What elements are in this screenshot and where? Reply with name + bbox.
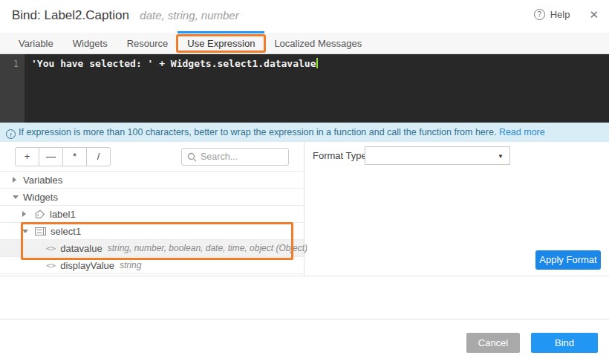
tab-variable[interactable]: Variable <box>9 33 63 53</box>
expression-editor[interactable]: 1 'You have selected: ' + Widgets.select… <box>0 54 609 123</box>
search-icon <box>187 152 197 162</box>
format-panel: Format Type ▼ Apply Format <box>304 142 609 276</box>
property-types: string, number, boolean, date, time, obj… <box>108 243 307 253</box>
line-number: 1 <box>13 59 19 69</box>
tree-item-displayvalue[interactable]: <> displayValue string <box>0 257 304 274</box>
minus-operator-button[interactable]: — <box>39 147 63 166</box>
bind-dialog: Bind: Label2.Caption date, string, numbe… <box>0 0 609 364</box>
text-cursor <box>316 58 318 68</box>
header-actions: ? Help ✕ <box>534 9 599 20</box>
binding-tree: Variables Widgets label1 <box>0 172 304 274</box>
tab-use-expression-label: Use Expression <box>187 38 255 49</box>
tab-variable-label: Variable <box>19 38 53 49</box>
footer-actions: Cancel Bind <box>466 333 598 353</box>
tab-use-expression[interactable]: Use Expression <box>178 33 264 53</box>
chevron-down-icon: ▼ <box>498 153 504 160</box>
property-types: string <box>120 260 141 270</box>
title-area: Bind: Label2.Caption date, string, numbe… <box>12 8 239 23</box>
tab-widgets[interactable]: Widgets <box>63 33 117 53</box>
bind-source-panel: + — * / Search... Variables <box>0 142 304 276</box>
tag-icon <box>35 209 45 219</box>
tree-item-label: Widgets <box>23 192 58 203</box>
bind-button[interactable]: Bind <box>531 333 598 353</box>
tree-item-label: datavalue <box>60 243 102 254</box>
cancel-button[interactable]: Cancel <box>466 333 520 353</box>
read-more-link[interactable]: Read more <box>499 127 545 137</box>
divide-operator-button[interactable]: / <box>86 147 111 166</box>
help-link[interactable]: Help <box>550 9 570 20</box>
format-type-select[interactable]: ▼ <box>365 146 510 165</box>
collapse-arrow-icon[interactable] <box>13 177 23 183</box>
dialog-subtitle: date, string, number <box>140 9 238 22</box>
footer-divider <box>0 319 609 319</box>
multiply-operator-button[interactable]: * <box>62 147 87 166</box>
active-tab-indicator <box>178 31 264 33</box>
apply-format-button[interactable]: Apply Format <box>535 250 601 270</box>
expression-code: 'You have selected: ' + Widgets.select1.… <box>31 58 316 69</box>
tree-item-label: Variables <box>23 175 62 186</box>
expand-arrow-icon[interactable] <box>13 195 23 199</box>
tree-item-datavalue[interactable]: <> datavalue string, number, boolean, da… <box>0 240 304 257</box>
info-message: If expression is more than 100 character… <box>19 127 496 137</box>
help-icon[interactable]: ? <box>534 9 545 20</box>
info-icon: i <box>6 129 16 139</box>
tab-localized-messages-label: Localized Messages <box>274 38 362 49</box>
select-widget-icon <box>35 227 46 235</box>
tree-item-label1[interactable]: label1 <box>0 206 304 223</box>
property-icon: <> <box>46 244 56 253</box>
format-type-label: Format Type <box>313 150 367 161</box>
tree-item-widgets[interactable]: Widgets <box>0 189 304 206</box>
tab-bar: Variable Widgets Resource Use Expression… <box>0 33 609 54</box>
info-bar: iIf expression is more than 100 characte… <box>0 123 609 142</box>
tab-resource[interactable]: Resource <box>117 33 178 53</box>
dialog-title: Bind: Label2.Caption <box>12 8 129 22</box>
expand-arrow-icon[interactable] <box>22 230 33 233</box>
tree-item-label: displayValue <box>60 260 114 271</box>
tree-item-variables[interactable]: Variables <box>0 172 304 189</box>
tab-widgets-label: Widgets <box>73 38 108 49</box>
main-area: + — * / Search... Variables <box>0 142 609 276</box>
plus-operator-button[interactable]: + <box>15 147 39 166</box>
property-icon: <> <box>46 261 56 270</box>
tree-item-label: select1 <box>51 226 81 237</box>
search-input[interactable]: Search... <box>181 148 289 166</box>
editor-code-area[interactable]: 'You have selected: ' + Widgets.select1.… <box>25 54 609 123</box>
tree-item-label: label1 <box>50 209 76 220</box>
tree-item-select1[interactable]: select1 <box>0 223 304 240</box>
tab-resource-label: Resource <box>127 38 169 49</box>
close-icon[interactable]: ✕ <box>589 9 599 20</box>
tab-localized-messages[interactable]: Localized Messages <box>264 33 371 53</box>
editor-gutter: 1 <box>0 54 25 123</box>
collapse-arrow-icon[interactable] <box>22 211 33 217</box>
dialog-header: Bind: Label2.Caption date, string, numbe… <box>0 0 609 33</box>
toolbox-row: + — * / Search... <box>0 142 304 172</box>
search-placeholder: Search... <box>201 152 238 162</box>
operator-button-group: + — * / <box>15 147 111 166</box>
